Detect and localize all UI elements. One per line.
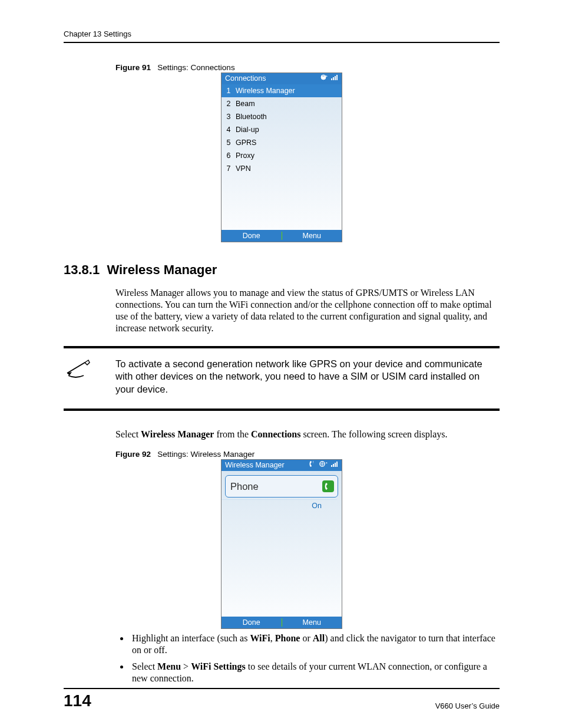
phone-titlebar: Wireless Manager !	[222, 460, 342, 471]
svg-rect-3	[336, 75, 338, 80]
figure-92-caption: Figure 92 Settings: Wireless Manager	[115, 450, 500, 459]
svg-rect-1	[333, 77, 334, 80]
softkey-menu[interactable]: Menu	[282, 617, 342, 628]
list-item[interactable]: 3 Bluetooth	[222, 110, 342, 123]
svg-text:!: !	[313, 460, 314, 464]
wm-card-name: Phone	[226, 481, 322, 492]
svg-rect-7	[333, 464, 334, 467]
note-icon	[64, 358, 115, 396]
signal-icon	[331, 460, 338, 471]
figure-92-phone-screenshot: Wireless Manager ! Phone	[221, 459, 342, 629]
select-paragraph: Select Wireless Manager from the Connect…	[115, 429, 500, 440]
guide-title: V660 User’s Guide	[435, 701, 500, 710]
intro-paragraph: Wireless Manager allows you to manage an…	[115, 287, 500, 334]
phone-mini-icon: !	[309, 460, 316, 471]
svg-rect-9	[336, 462, 338, 467]
list-item[interactable]: 4 Dial-up	[222, 123, 342, 136]
list-item[interactable]: 7 VPN	[222, 162, 342, 175]
instruction-bullets: Highlight an interface (such as WiFi, Ph…	[130, 633, 500, 684]
globe-icon	[318, 460, 329, 471]
softkey-bar: Done Menu	[222, 230, 342, 242]
phone-titlebar: Connections	[222, 73, 342, 84]
figure-91-phone-screenshot: Connections 1 Wireless Manager 2	[221, 73, 342, 242]
handset-icon	[322, 480, 334, 492]
svg-rect-2	[335, 76, 336, 80]
globe-icon	[318, 73, 329, 84]
bullet-item: Highlight an interface (such as WiFi, Ph…	[130, 633, 500, 656]
note-text: To activate a second generation network …	[115, 358, 500, 396]
wireless-manager-card-phone[interactable]: Phone	[225, 475, 338, 498]
page-footer: 114 V660 User’s Guide	[64, 688, 500, 710]
softkey-bar: Done Menu	[222, 617, 342, 628]
note-callout: To activate a second generation network …	[64, 346, 500, 411]
phone-title-text: Connections	[225, 73, 266, 84]
manual-page: Chapter 13 Settings Figure 91 Settings: …	[0, 0, 562, 728]
phone-title-text: Wireless Manager	[225, 460, 285, 471]
running-header: Chapter 13 Settings	[64, 29, 500, 43]
svg-rect-0	[331, 78, 332, 80]
list-item[interactable]: 5 GPRS	[222, 136, 342, 149]
wm-card-status: On	[222, 499, 337, 510]
svg-rect-6	[331, 465, 332, 467]
section-heading: 13.8.1 Wireless Manager	[64, 262, 500, 278]
connections-list: 1 Wireless Manager 2 Beam 3 Bluetooth 4 …	[222, 84, 342, 175]
svg-rect-8	[335, 463, 336, 467]
page-number: 114	[64, 691, 91, 710]
signal-icon	[331, 73, 338, 84]
softkey-done[interactable]: Done	[222, 617, 282, 628]
list-item[interactable]: 6 Proxy	[222, 149, 342, 162]
figure-91-caption: Figure 91 Settings: Connections	[115, 63, 500, 72]
softkey-done[interactable]: Done	[222, 230, 282, 242]
list-item[interactable]: 2 Beam	[222, 97, 342, 110]
softkey-menu[interactable]: Menu	[282, 230, 342, 242]
list-item[interactable]: 1 Wireless Manager	[222, 84, 342, 97]
bullet-item: Select Menu > WiFi Settings to see detai…	[130, 661, 500, 684]
